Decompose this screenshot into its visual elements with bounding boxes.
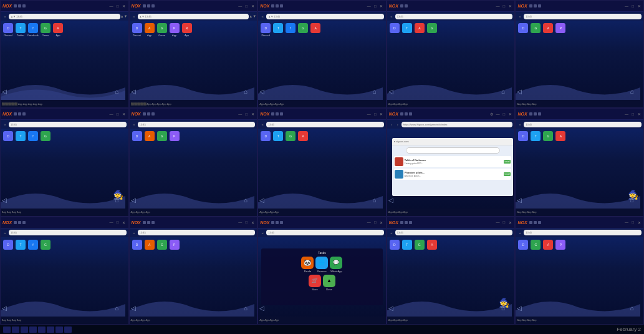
task-app-store[interactable]: 🛒 Store [309,275,321,291]
search-bar-2[interactable]: ▲▼ 13:45 [138,14,249,19]
close-btn[interactable]: ✕ [122,220,127,225]
google-search-bar[interactable] [406,147,500,154]
minimize-btn[interactable]: — [495,112,500,117]
back-nav-btn[interactable]: « [389,230,394,235]
app-item[interactable]: f [27,240,39,250]
home-button-11[interactable]: ⌂ [115,305,119,312]
app-item[interactable]: D [389,240,400,250]
minimize-btn[interactable]: — [238,4,243,9]
search-bar-14[interactable]: 13:45 [395,230,513,235]
back-button-11[interactable]: ◁ [2,305,7,312]
minimize-btn[interactable]: — [624,112,629,117]
taskbar-app-2[interactable] [12,327,19,333]
maximize-btn[interactable]: □ [244,4,249,9]
close-btn[interactable]: ✕ [122,112,127,117]
install-btn-2[interactable]: Install [504,172,511,176]
home-button-15[interactable]: ⌂ [630,305,634,312]
minimize-btn[interactable]: — [109,4,114,9]
install-btn-1[interactable]: Install [504,160,511,164]
maximize-btn[interactable]: □ [244,220,249,225]
back-nav-btn[interactable]: « [132,230,137,235]
maximize-btn[interactable]: □ [115,4,120,9]
app-item[interactable]: T Twitter [15,23,26,37]
search-bar-3[interactable]: ▲▼ 13:45 [266,14,384,19]
maximize-btn[interactable]: □ [501,112,506,117]
maximize-btn[interactable]: □ [501,220,506,225]
app-item[interactable]: T [15,131,26,141]
app-item[interactable]: G [285,131,296,141]
app-item[interactable]: D [389,23,400,33]
close-btn[interactable]: ✕ [507,4,512,9]
maximize-btn[interactable]: □ [373,4,378,9]
app-item[interactable]: f [27,131,39,141]
close-btn[interactable]: ✕ [637,220,642,225]
app-item[interactable]: D Discord [132,23,143,37]
app-item[interactable]: T [272,131,284,141]
taskbar-app-8[interactable] [64,327,72,333]
back-button-1[interactable]: ◁ [2,88,7,95]
home-button-14[interactable]: ⌂ [501,305,505,312]
url-bar-9[interactable]: https://www.Signos.com/gameinfo/index [401,122,513,127]
app-item[interactable]: T [272,23,284,37]
back-button-5[interactable]: ◁ [517,88,522,95]
app-item[interactable]: R App [181,23,193,37]
app-item[interactable]: f Facebook [27,23,39,37]
app-item[interactable]: G [156,131,168,141]
minimize-btn[interactable]: — [367,4,372,9]
maximize-btn[interactable]: □ [373,220,378,225]
app-item[interactable]: A [542,240,554,250]
app-item[interactable]: A [144,240,155,250]
app-item[interactable]: T [530,131,541,141]
settings-btn[interactable]: ⚙ [489,112,494,117]
maximize-btn[interactable]: □ [630,112,635,117]
app-item[interactable]: G [426,23,438,33]
search-bar-8[interactable]: 13:45 [266,122,384,127]
back-button-9[interactable]: ◁ [388,197,393,204]
back-button-12[interactable]: ◁ [131,305,136,312]
app-item[interactable]: D [132,240,143,250]
back-nav-btn[interactable]: « [132,14,137,19]
home-button-6[interactable]: ⌂ [115,197,119,204]
app-item[interactable]: G [40,131,51,141]
app-item[interactable]: A [555,131,566,141]
close-btn[interactable]: ✕ [379,4,384,9]
app-item[interactable]: D [260,131,271,141]
app-item[interactable]: A App [52,23,64,37]
maximize-btn[interactable]: □ [373,112,378,117]
taskbar-app-6[interactable] [47,327,54,333]
back-nav-btn[interactable]: « [132,122,137,127]
home-button-8[interactable]: ⌂ [373,197,377,204]
back-button-6[interactable]: ◁ [2,197,7,204]
minimize-btn[interactable]: — [624,220,629,225]
app-item[interactable]: A [426,240,438,250]
back-button-7[interactable]: ◁ [131,197,136,204]
app-item[interactable]: A [297,131,309,141]
app-item[interactable]: A [542,23,554,33]
app-item[interactable]: P [555,240,566,250]
back-nav-btn[interactable]: « [260,230,265,235]
close-btn[interactable]: ✕ [637,112,642,117]
home-button-1[interactable]: ⌂ [115,88,119,95]
minimize-btn[interactable]: — [238,220,243,225]
app-item[interactable]: G [530,240,541,250]
app-item[interactable]: D [517,23,529,33]
app-item[interactable]: G [414,240,425,250]
close-btn[interactable]: ✕ [379,112,384,117]
back-nav-btn[interactable]: « [517,122,522,127]
app-item[interactable]: G [542,131,554,141]
minimize-btn[interactable]: — [109,112,114,117]
task-app-drive[interactable]: ▲ Drive [323,275,335,291]
maximize-btn[interactable]: □ [115,220,120,225]
app-item[interactable]: A [144,131,155,141]
maximize-btn[interactable]: □ [115,112,120,117]
app-item[interactable]: G [530,23,541,33]
back-button-3[interactable]: ◁ [259,88,264,95]
back-nav-btn[interactable]: « [2,122,7,127]
minimize-btn[interactable]: — [238,112,243,117]
minimize-btn[interactable]: — [109,220,114,225]
taskbar-app-3[interactable] [21,327,28,333]
search-bar-11[interactable]: 13:45 [9,230,127,235]
close-btn[interactable]: ✕ [122,4,127,9]
app-item[interactable]: G Game [156,23,168,37]
task-app-browser[interactable]: 🌐 Browser [315,257,328,273]
